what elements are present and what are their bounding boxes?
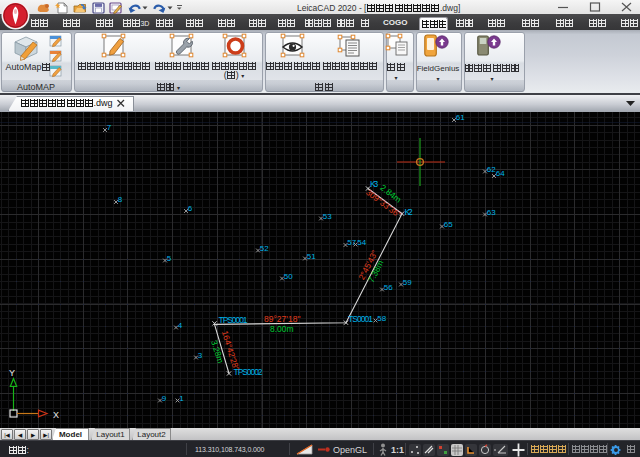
svg-text:X: X [53, 410, 59, 420]
svg-text:1: 1 [179, 394, 184, 403]
svg-text:5: 5 [167, 254, 172, 263]
svg-text:59: 59 [403, 278, 412, 287]
svg-text:51: 51 [307, 252, 316, 261]
svg-text:7: 7 [107, 123, 112, 132]
svg-text:56: 56 [384, 283, 393, 292]
svg-text:54: 54 [357, 238, 366, 247]
svg-text:3: 3 [198, 351, 203, 360]
svg-text:61: 61 [456, 113, 465, 122]
svg-text:65: 65 [444, 220, 453, 229]
svg-text:64: 64 [496, 169, 505, 178]
svg-text:50: 50 [284, 272, 293, 281]
svg-text:6: 6 [188, 204, 193, 213]
svg-text:53: 53 [323, 212, 332, 221]
svg-text:K2: K2 [405, 207, 414, 217]
svg-text:Y: Y [9, 368, 15, 378]
svg-text:63: 63 [487, 208, 496, 217]
svg-text:58: 58 [377, 314, 386, 323]
svg-text:52: 52 [260, 244, 269, 253]
svg-text:57: 57 [347, 238, 356, 247]
svg-text:89°27'18": 89°27'18" [264, 314, 300, 324]
svg-text:TPS0001: TPS0001 [219, 315, 248, 325]
svg-text:8: 8 [118, 195, 123, 204]
svg-text:TS0001: TS0001 [348, 314, 373, 324]
svg-text:9: 9 [162, 394, 167, 403]
svg-text:4: 4 [178, 321, 183, 330]
svg-text:8.00m: 8.00m [270, 324, 294, 334]
